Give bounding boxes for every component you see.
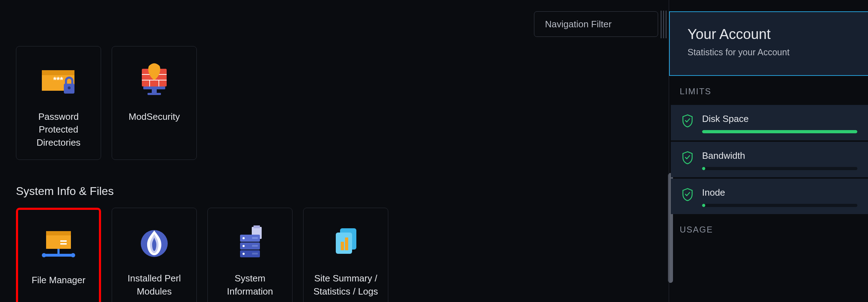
limits-label: LIMITS <box>669 76 868 104</box>
limit-row-bandwidth[interactable]: Bandwidth <box>671 142 868 177</box>
tile-label: Site Summary / Statistics / Logs <box>311 272 381 298</box>
drag-handle-icon[interactable] <box>661 11 667 38</box>
tile-file-manager[interactable]: File Manager <box>16 208 101 302</box>
tile-label: ModSecurity <box>129 110 180 123</box>
tile-label: System Information <box>215 272 285 298</box>
main-panel: *** Password Protected Directories <box>0 0 669 302</box>
tile-label: Installed Perl Modules <box>119 272 189 298</box>
tile-label: Password Protected Directories <box>23 110 94 149</box>
tile-system-information[interactable]: System Information <box>207 208 293 302</box>
svg-rect-33 <box>252 253 258 255</box>
svg-rect-0 <box>42 70 74 75</box>
tile-installed-perl-modules[interactable]: Installed Perl Modules <box>112 208 197 302</box>
svg-rect-32 <box>252 245 258 247</box>
svg-rect-24 <box>254 225 260 228</box>
account-subtitle: Statistics for your Account <box>688 47 850 57</box>
progress-bar <box>702 130 857 133</box>
tile-site-summary-statistics-logs[interactable]: Site Summary / Statistics / Logs <box>303 208 388 302</box>
tile-label: File Manager <box>32 274 85 286</box>
svg-rect-12 <box>143 86 165 89</box>
shield-check-icon <box>681 151 694 164</box>
svg-rect-37 <box>345 237 348 250</box>
limit-row-disk-space[interactable]: Disk Space <box>671 105 868 140</box>
svg-rect-17 <box>60 243 67 245</box>
progress-bar <box>702 204 857 207</box>
limit-name: Bandwidth <box>702 150 857 161</box>
tile-modsecurity[interactable]: ModSecurity <box>112 46 197 160</box>
account-header: Your Account Statistics for your Account <box>669 11 868 76</box>
svg-point-30 <box>243 253 245 255</box>
svg-rect-31 <box>252 237 258 239</box>
svg-point-20 <box>42 253 46 257</box>
svg-rect-16 <box>60 240 67 242</box>
account-sidebar: Your Account Statistics for your Account… <box>669 0 868 302</box>
svg-text:***: *** <box>53 75 63 85</box>
svg-point-3 <box>68 86 71 89</box>
svg-point-29 <box>243 245 245 247</box>
svg-rect-36 <box>341 242 344 250</box>
shield-check-icon <box>681 114 694 128</box>
stats-icon <box>326 222 365 261</box>
navigation-filter-input[interactable] <box>534 11 658 37</box>
file-manager-icon <box>39 224 78 263</box>
svg-point-28 <box>243 237 245 239</box>
limit-name: Inode <box>702 187 857 198</box>
progress-bar <box>702 167 857 170</box>
svg-rect-19 <box>44 254 73 257</box>
limit-row-inode[interactable]: Inode <box>671 179 868 214</box>
svg-rect-14 <box>148 93 161 95</box>
section-title-system-info: System Info & Files <box>16 185 653 198</box>
limit-name: Disk Space <box>702 113 857 124</box>
svg-rect-15 <box>46 231 71 235</box>
firewall-icon <box>135 61 174 100</box>
shield-check-icon <box>681 188 694 201</box>
onion-icon <box>135 222 174 261</box>
server-icon <box>230 222 269 261</box>
usage-label: USAGE <box>669 214 868 242</box>
lock-folder-icon: *** <box>39 61 78 100</box>
account-title: Your Account <box>688 26 850 42</box>
tile-password-protected-directories[interactable]: *** Password Protected Directories <box>16 46 101 160</box>
svg-point-21 <box>71 253 75 257</box>
